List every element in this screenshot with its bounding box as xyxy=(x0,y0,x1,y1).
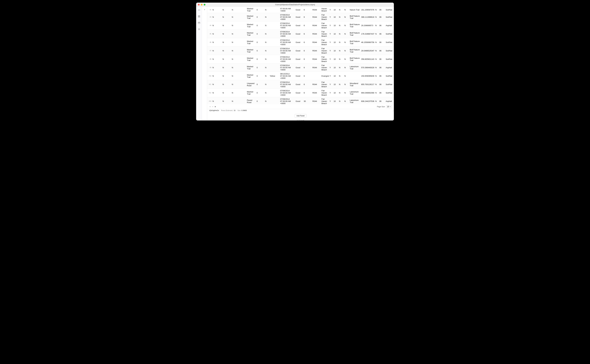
pager-next-button[interactable] xyxy=(214,106,216,108)
cell: R044 xyxy=(312,47,321,55)
cell: N xyxy=(222,89,231,97)
add-panel-area: Add Panel xyxy=(207,112,394,117)
cell: N xyxy=(222,47,231,55)
svg-point-5 xyxy=(199,29,199,30)
cell: N xyxy=(264,72,269,80)
page-size-select[interactable]: 15 xyxy=(386,105,392,108)
cell: 570.389440028 xyxy=(361,63,375,72)
cell: 06 xyxy=(379,89,385,97)
cell: Marked Trail xyxy=(246,89,256,97)
code-icon[interactable] xyxy=(197,8,201,12)
window-zoom-button[interactable] xyxy=(204,4,205,6)
cell: R044 xyxy=(312,89,321,97)
cell: 606.244237536 xyxy=(361,97,375,104)
row-index: #6 xyxy=(207,38,212,47)
dashboard-icon[interactable] xyxy=(197,14,201,19)
cell: 10 xyxy=(333,80,338,89)
table-row[interactable]: #9NNNMarked Trail0N07/08/2014 07:00:00 A… xyxy=(207,63,394,72)
cell: N xyxy=(344,63,349,72)
cell: Soil/Nat xyxy=(385,30,394,38)
cell: 10 xyxy=(333,55,338,63)
table-row[interactable]: #7NNNMarked Trail0N07/08/2014 07:00:00 A… xyxy=(207,47,394,55)
cell: N xyxy=(231,55,246,63)
sidebar xyxy=(196,7,202,120)
cell: 0 xyxy=(256,47,264,55)
table-row[interactable]: #5NNNMarked Trail0N07/08/2014 07:00:00 A… xyxy=(207,30,394,38)
window-minimize-button[interactable] xyxy=(201,4,203,6)
cell: Good xyxy=(295,47,303,55)
settings-icon[interactable] xyxy=(197,27,201,31)
cell xyxy=(269,47,280,55)
cell: 06 xyxy=(379,21,385,30)
cell: 0 xyxy=(256,7,264,13)
cell: N xyxy=(231,63,246,72)
calendar-icon[interactable] xyxy=(197,21,201,25)
cell xyxy=(269,89,280,97)
cell: 07/08/2014 07:00:00 AM +0000 xyxy=(280,13,295,21)
cell: 07/08/2014 07:00:00 AM +0000 xyxy=(280,38,295,47)
cell: Fair Haven Beach xyxy=(321,89,329,97)
cell: Bluff Nature Trail xyxy=(349,30,361,38)
cell: R044 xyxy=(312,21,321,30)
cell: R044 xyxy=(312,38,321,47)
pager-prev-button[interactable] xyxy=(212,106,214,108)
cell: Y xyxy=(329,21,333,30)
table-row[interactable]: #10NNNMarked Trail0NYellow08/13/2012 07:… xyxy=(207,72,394,80)
cell: Fair Haven Beach xyxy=(321,47,329,55)
cell xyxy=(269,38,280,47)
resize-handle-icon[interactable] xyxy=(392,110,393,111)
cell: N xyxy=(375,21,379,30)
cell: N xyxy=(264,38,269,47)
pager-first-button[interactable] xyxy=(209,106,211,108)
cell: 6 xyxy=(303,13,312,21)
table-row[interactable]: #13NNNPaved Road0N07/08/2014 07:00:00 AM… xyxy=(207,97,394,104)
table-row[interactable]: #6NNNMarked Trail0N07/08/2014 07:00:00 A… xyxy=(207,38,394,47)
table-row[interactable]: #4NNNMarked Trail0N07/08/2014 07:00:00 A… xyxy=(207,21,394,30)
cell: N xyxy=(212,55,222,63)
table-row[interactable]: #8NNNMarked Trail0N07/08/2014 07:00:00 A… xyxy=(207,55,394,63)
table-row[interactable]: #11NNNUnpaved Road0N07/08/2014 07:00:00 … xyxy=(207,80,394,89)
row-index: #4 xyxy=(207,21,212,30)
cell: Asphalt xyxy=(385,97,394,104)
cell: 6 xyxy=(303,72,312,80)
svg-rect-4 xyxy=(198,22,200,24)
cell: N xyxy=(231,80,246,89)
cell: 10 xyxy=(333,89,338,97)
main-area: #2NNNMarked Trail0N07:00:00 AM +0000Good… xyxy=(207,7,394,120)
cell: N xyxy=(344,72,349,80)
table-row[interactable]: #3NNNMarked Trail0N07/08/2014 07:00:00 A… xyxy=(207,13,394,21)
table-row[interactable]: #12NNNMarked Trail0N07/08/2014 07:00:00 … xyxy=(207,89,394,97)
cell xyxy=(269,21,280,30)
cell: N xyxy=(338,21,344,30)
cell: 855.700126217 xyxy=(361,80,375,89)
cell: Fair Haven Beach xyxy=(321,63,329,72)
cell: Y xyxy=(329,80,333,89)
window-close-button[interactable] xyxy=(198,4,200,6)
cell: N xyxy=(231,72,246,80)
cell: Bluff Nature Trail xyxy=(349,47,361,55)
status-id: iQib3qjbHeDx xyxy=(209,110,219,111)
table-row[interactable]: #2NNNMarked Trail0N07:00:00 AM +0000Good… xyxy=(207,7,394,13)
add-panel-button[interactable]: Add Panel xyxy=(295,114,306,117)
cell: Y xyxy=(329,38,333,47)
cell: R044 xyxy=(312,55,321,63)
cell: N xyxy=(375,7,379,13)
cell: Bluff Nature Trail xyxy=(349,38,361,47)
result-table-scroll[interactable]: #2NNNMarked Trail0N07:00:00 AM +0000Good… xyxy=(207,7,394,104)
cell: 08/13/2012 07:00:00 AM +0000 xyxy=(280,72,295,80)
cell: Marked Trail xyxy=(246,7,256,13)
cell: Good xyxy=(295,21,303,30)
cell: N xyxy=(222,72,231,80)
cell: 0 xyxy=(256,55,264,63)
cell: N xyxy=(231,47,246,55)
row-index: #5 xyxy=(207,30,212,38)
cell: Y xyxy=(329,55,333,63)
cell: Good xyxy=(295,63,303,72)
cell: Good xyxy=(295,13,303,21)
cell: N xyxy=(338,89,344,97)
expand-panel-button[interactable] xyxy=(203,8,206,11)
cell: N xyxy=(344,7,349,13)
cell: 0 xyxy=(256,30,264,38)
cell: 6 xyxy=(303,21,312,30)
cell: 10 xyxy=(333,38,338,47)
